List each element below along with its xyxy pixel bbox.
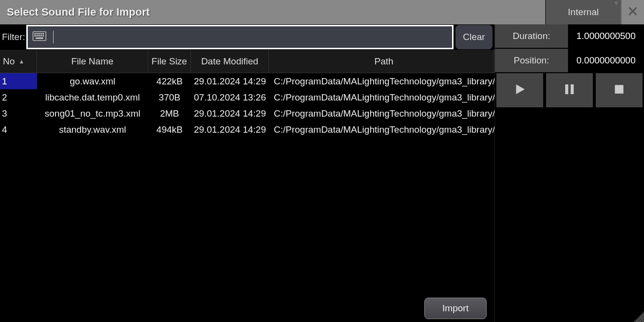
cell-path: C:/ProgramData/MALightingTechnology/gma3… <box>269 105 494 121</box>
duration-label: Duration: <box>495 24 568 48</box>
duration-value: 1.0000000500 <box>568 24 644 48</box>
filter-input-container[interactable] <box>26 25 454 49</box>
close-button[interactable] <box>621 0 644 24</box>
import-button[interactable]: Import <box>424 298 487 319</box>
cell-filename: standby.wav.xml <box>37 121 148 138</box>
cell-path: C:/ProgramData/MALightingTechnology/gma3… <box>269 73 494 89</box>
play-button[interactable] <box>496 73 543 107</box>
column-header-filesize[interactable]: File Size <box>148 50 191 73</box>
cell-filesize: 370B <box>148 89 191 105</box>
clear-button[interactable]: Clear <box>455 25 492 49</box>
position-label: Position: <box>495 49 568 72</box>
close-icon <box>626 5 639 20</box>
stop-button[interactable] <box>596 73 643 107</box>
drive-select-button[interactable]: Internal <box>545 0 621 24</box>
sort-ascending-icon: ▲ <box>19 58 24 65</box>
cell-no: 4 <box>0 121 37 138</box>
position-value: 0.0000000000 <box>568 49 644 72</box>
window-title: Select Sound File for Import <box>0 0 545 24</box>
table-row[interactable]: 4standby.wav.xml494kB29.01.2024 14:29C:/… <box>0 121 494 138</box>
cell-path: C:/ProgramData/MALightingTechnology/gma3… <box>269 89 494 105</box>
cell-date: 29.01.2024 14:29 <box>191 121 269 138</box>
cell-no: 1 <box>0 73 37 89</box>
cell-path: C:/ProgramData/MALightingTechnology/gma3… <box>269 121 494 138</box>
table-row[interactable]: 1go.wav.xml422kB29.01.2024 14:29C:/Progr… <box>0 73 494 89</box>
svg-rect-12 <box>565 84 568 94</box>
cell-filesize: 422kB <box>148 73 191 89</box>
column-header-date[interactable]: Date Modified <box>191 50 269 73</box>
table-row[interactable]: 3song01_no_tc.mp3.xml2MB29.01.2024 14:29… <box>0 105 494 121</box>
column-header-no-label: No <box>3 56 15 67</box>
svg-rect-14 <box>615 85 624 94</box>
cell-date: 29.01.2024 14:29 <box>191 105 269 121</box>
pause-icon <box>562 82 577 99</box>
cell-no: 2 <box>0 89 37 105</box>
cell-no: 3 <box>0 105 37 121</box>
column-header-filename[interactable]: File Name <box>37 50 148 73</box>
resize-grip[interactable] <box>633 311 644 322</box>
play-icon <box>512 82 527 99</box>
filter-label: Filter: <box>2 32 25 42</box>
svg-rect-13 <box>571 84 574 94</box>
pause-button[interactable] <box>546 73 593 107</box>
column-header-no[interactable]: No ▲ <box>0 50 37 73</box>
cell-filesize: 2MB <box>148 105 191 121</box>
column-header-path[interactable]: Path <box>269 50 494 73</box>
cell-filesize: 494kB <box>148 121 191 138</box>
cell-filename: song01_no_tc.mp3.xml <box>37 105 148 121</box>
cell-filename: libcache.dat.temp0.xml <box>37 89 148 105</box>
table-header: No ▲ File Name File Size Date Modified P… <box>0 50 494 73</box>
stop-icon <box>612 82 626 99</box>
cell-date: 29.01.2024 14:29 <box>191 73 269 89</box>
cell-date: 07.10.2024 13:26 <box>191 89 269 105</box>
table-row[interactable]: 2libcache.dat.temp0.xml370B07.10.2024 13… <box>0 89 494 105</box>
cell-filename: go.wav.xml <box>37 73 148 89</box>
